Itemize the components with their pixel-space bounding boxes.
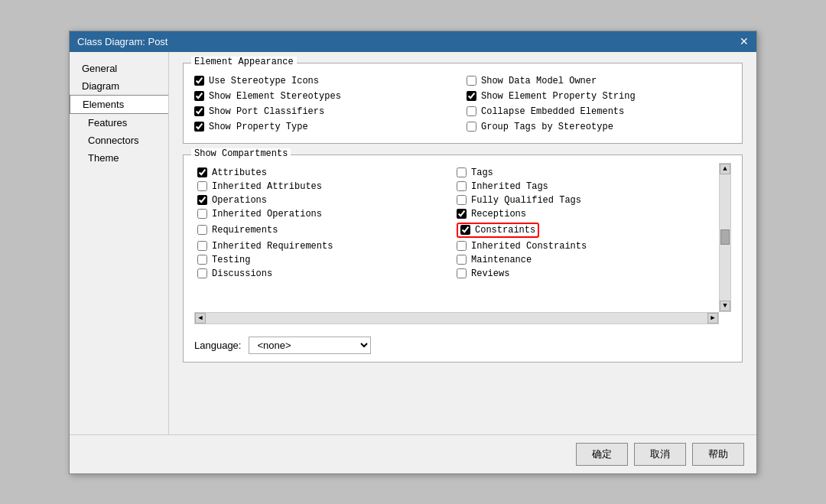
- ea-checkbox-5: Show Port Classifiers: [194, 106, 459, 117]
- attributes-label: Attributes: [212, 167, 267, 178]
- scroll-right-arrow[interactable]: ▶: [707, 313, 718, 324]
- sidebar-item-general[interactable]: General: [70, 60, 168, 77]
- language-select[interactable]: <none>: [249, 337, 371, 354]
- language-label: Language:: [194, 340, 241, 351]
- show-element-property-string-label: Show Element Property String: [481, 91, 636, 102]
- ea-checkbox-4: Show Element Property String: [467, 91, 731, 102]
- inherited-requirements-label: Inherited Requirements: [212, 241, 333, 252]
- close-button[interactable]: ✕: [740, 36, 749, 47]
- sidebar-item-theme[interactable]: Theme: [70, 149, 168, 167]
- receptions-checkbox[interactable]: [457, 209, 467, 219]
- operations-checkbox[interactable]: [197, 195, 207, 205]
- sc-discussions: Discussions: [197, 268, 457, 279]
- scroll-down-arrow[interactable]: ▼: [720, 301, 730, 311]
- sc-requirements: Requirements: [197, 223, 457, 238]
- inherited-operations-label: Inherited Operations: [212, 209, 322, 219]
- inherited-constraints-label: Inherited Constraints: [471, 241, 587, 252]
- requirements-checkbox[interactable]: [197, 225, 207, 235]
- fully-qualified-tags-checkbox[interactable]: [457, 195, 467, 205]
- compartments-grid: Attributes Tags Inherited Attributes: [194, 163, 719, 284]
- sidebar-item-elements[interactable]: Elements: [70, 95, 168, 114]
- sc-attributes: Attributes: [197, 167, 457, 178]
- element-appearance-section: Element Appearance Use Stereotype Icons …: [183, 63, 743, 144]
- sc-inherited-tags: Inherited Tags: [457, 181, 716, 192]
- horizontal-scrollbar[interactable]: ◀ ▶: [194, 312, 719, 324]
- dialog-title: Class Diagram: Post: [77, 36, 167, 47]
- ea-checkbox-8: Group Tags by Stereotype: [467, 122, 731, 132]
- sidebar-item-diagram[interactable]: Diagram: [70, 77, 168, 95]
- dialog-body: General Diagram Elements Features Connec…: [70, 52, 756, 434]
- compartments-content: Attributes Tags Inherited Attributes: [194, 163, 719, 312]
- group-tags-by-stereotype-checkbox[interactable]: [467, 122, 476, 132]
- show-port-classifiers-label: Show Port Classifiers: [209, 106, 324, 117]
- constraints-label: Constraints: [475, 225, 535, 236]
- constraints-highlight: Constraints: [457, 223, 539, 238]
- sc-reviews: Reviews: [457, 268, 716, 279]
- requirements-label: Requirements: [212, 225, 278, 236]
- show-compartments-legend: Show Compartments: [191, 148, 291, 159]
- discussions-label: Discussions: [212, 268, 272, 279]
- show-element-property-string-checkbox[interactable]: [467, 91, 476, 101]
- sc-receptions: Receptions: [457, 209, 716, 219]
- use-stereotype-icons-label: Use Stereotype Icons: [209, 76, 319, 86]
- discussions-checkbox[interactable]: [197, 268, 207, 278]
- help-button[interactable]: 帮助: [692, 443, 744, 466]
- inherited-attributes-checkbox[interactable]: [197, 181, 207, 191]
- constraints-checkbox[interactable]: [460, 225, 470, 235]
- testing-checkbox[interactable]: [197, 255, 207, 265]
- sc-fully-qualified-tags: Fully Qualified Tags: [457, 195, 716, 206]
- inherited-operations-checkbox[interactable]: [197, 209, 207, 219]
- confirm-button[interactable]: 确定: [576, 443, 628, 466]
- vertical-scrollbar[interactable]: ▲ ▼: [719, 163, 731, 312]
- use-stereotype-icons-checkbox[interactable]: [194, 76, 204, 86]
- reviews-label: Reviews: [471, 268, 509, 279]
- ea-checkbox-1: Use Stereotype Icons: [194, 76, 459, 86]
- sidebar-item-features[interactable]: Features: [70, 114, 168, 132]
- receptions-label: Receptions: [471, 209, 526, 219]
- sc-operations: Operations: [197, 195, 457, 206]
- sc-inherited-constraints: Inherited Constraints: [457, 241, 716, 252]
- collapse-embedded-elements-checkbox[interactable]: [467, 106, 476, 116]
- inherited-attributes-label: Inherited Attributes: [212, 181, 322, 192]
- operations-label: Operations: [212, 195, 267, 206]
- show-compartments-section: Show Compartments ▲ ▼ Attribute: [183, 154, 743, 363]
- show-property-type-checkbox[interactable]: [194, 122, 204, 132]
- collapse-embedded-elements-label: Collapse Embedded Elements: [481, 106, 624, 117]
- show-data-model-owner-checkbox[interactable]: [467, 76, 476, 86]
- maintenance-label: Maintenance: [471, 255, 532, 265]
- attributes-checkbox[interactable]: [197, 167, 207, 177]
- scroll-thumb[interactable]: [720, 229, 730, 245]
- show-element-stereotypes-label: Show Element Stereotypes: [209, 91, 341, 102]
- sc-tags: Tags: [457, 167, 716, 178]
- sc-inherited-attributes: Inherited Attributes: [197, 181, 457, 192]
- show-property-type-label: Show Property Type: [209, 122, 308, 132]
- scroll-left-arrow[interactable]: ◀: [195, 313, 206, 324]
- sc-inherited-requirements: Inherited Requirements: [197, 241, 457, 252]
- show-element-stereotypes-checkbox[interactable]: [194, 91, 204, 101]
- testing-label: Testing: [212, 255, 250, 265]
- scrollbar-h-track: [206, 313, 707, 324]
- ea-checkbox-7: Show Property Type: [194, 122, 459, 132]
- main-content: Element Appearance Use Stereotype Icons …: [169, 52, 756, 434]
- inherited-constraints-checkbox[interactable]: [457, 241, 467, 251]
- ea-checkbox-6: Collapse Embedded Elements: [467, 106, 731, 117]
- show-port-classifiers-checkbox[interactable]: [194, 106, 204, 116]
- maintenance-checkbox[interactable]: [457, 255, 467, 265]
- dialog-footer: 确定 取消 帮助: [70, 434, 756, 473]
- fully-qualified-tags-label: Fully Qualified Tags: [471, 195, 581, 206]
- inherited-tags-checkbox[interactable]: [457, 181, 467, 191]
- sidebar: General Diagram Elements Features Connec…: [70, 52, 169, 434]
- group-tags-by-stereotype-label: Group Tags by Stereotype: [481, 122, 613, 132]
- language-row: Language: <none>: [194, 329, 731, 362]
- inherited-requirements-checkbox[interactable]: [197, 241, 207, 251]
- show-data-model-owner-label: Show Data Model Owner: [481, 76, 597, 86]
- cancel-button[interactable]: 取消: [634, 443, 686, 466]
- reviews-checkbox[interactable]: [457, 268, 467, 278]
- sc-testing: Testing: [197, 255, 457, 265]
- inherited-tags-label: Inherited Tags: [471, 181, 548, 192]
- sidebar-item-connectors[interactable]: Connectors: [70, 132, 168, 149]
- compartments-scroll-container: ▲ ▼ Attributes: [194, 163, 731, 312]
- ea-checkbox-2: Show Data Model Owner: [467, 76, 731, 86]
- tags-checkbox[interactable]: [457, 167, 467, 177]
- scroll-up-arrow[interactable]: ▲: [720, 164, 730, 174]
